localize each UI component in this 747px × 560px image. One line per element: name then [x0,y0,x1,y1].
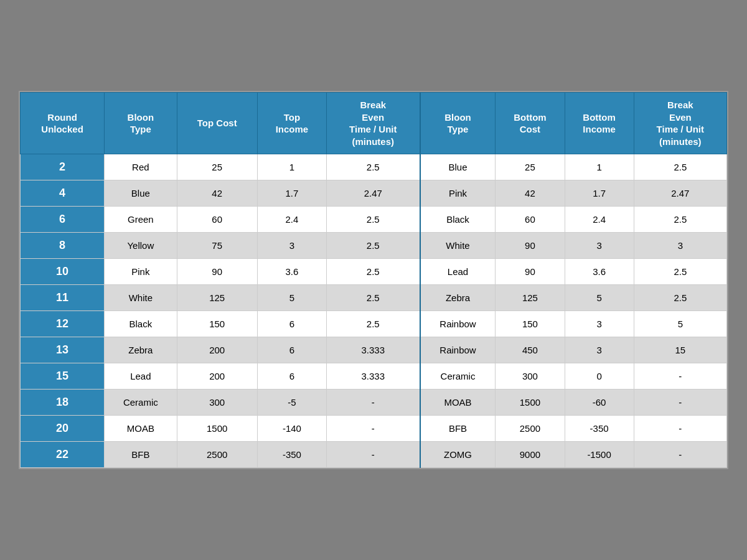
table-row: 15 Lead 200 6 3.333 Ceramic 300 0 - [21,363,727,390]
cell-top-bloon: MOAB [105,416,177,442]
cell-top-cost: 125 [177,285,257,311]
cell-top-cost: 200 [177,337,257,363]
table-row: 11 White 125 5 2.5 Zebra 125 5 2.5 [21,285,727,311]
cell-top-income: 1.7 [257,180,326,207]
cell-bot-break: 5 [634,311,726,337]
cell-bot-bloon: Blue [420,154,496,180]
cell-top-cost: 75 [177,233,257,259]
cell-bot-break: - [634,442,726,468]
cell-top-break: 2.5 [326,233,420,259]
cell-bot-cost: 90 [496,233,565,259]
cell-bot-break: 2.5 [634,285,726,311]
cell-top-income: -140 [257,416,326,442]
cell-bot-break: - [634,416,726,442]
cell-bot-income: 2.4 [565,207,634,233]
cell-bot-break: 15 [634,337,726,363]
cell-round: 4 [21,180,105,207]
cell-bot-cost: 25 [496,154,565,180]
table-row: 2 Red 25 1 2.5 Blue 25 1 2.5 [21,154,727,180]
col-top-break-even: BreakEvenTime / Unit(minutes) [326,93,420,154]
cell-round: 12 [21,311,105,337]
cell-round: 15 [21,363,105,390]
cell-bot-break: 2.5 [634,259,726,285]
cell-top-income: 5 [257,285,326,311]
cell-bot-income: 1.7 [565,180,634,207]
cell-bot-income: -350 [565,416,634,442]
col-bot-bloon-type: BloonType [420,93,496,154]
cell-bot-cost: 60 [496,207,565,233]
cell-top-break: 2.5 [326,207,420,233]
table-row: 10 Pink 90 3.6 2.5 Lead 90 3.6 2.5 [21,259,727,285]
cell-bot-bloon: White [420,233,496,259]
cell-bot-bloon: MOAB [420,390,496,416]
col-top-cost: Top Cost [177,93,257,154]
cell-round: 18 [21,390,105,416]
cell-top-income: -350 [257,442,326,468]
table-row: 6 Green 60 2.4 2.5 Black 60 2.4 2.5 [21,207,727,233]
cell-top-break: - [326,390,420,416]
cell-bot-income: -1500 [565,442,634,468]
table-row: 13 Zebra 200 6 3.333 Rainbow 450 3 15 [21,337,727,363]
table-body: 2 Red 25 1 2.5 Blue 25 1 2.5 4 Blue 42 1… [21,154,727,468]
cell-bot-income: 3 [565,337,634,363]
cell-top-break: - [326,416,420,442]
cell-bot-break: 3 [634,233,726,259]
cell-round: 20 [21,416,105,442]
col-round-unlocked: RoundUnlocked [21,93,105,154]
cell-round: 6 [21,207,105,233]
cell-top-bloon: Yellow [105,233,177,259]
cell-top-cost: 200 [177,363,257,390]
cell-bot-cost: 150 [496,311,565,337]
cell-top-break: 3.333 [326,363,420,390]
cell-top-break: 3.333 [326,337,420,363]
col-bot-cost: BottomCost [496,93,565,154]
cell-bot-bloon: Zebra [420,285,496,311]
cell-top-break: 2.5 [326,311,420,337]
cell-top-income: 1 [257,154,326,180]
cell-top-bloon: BFB [105,442,177,468]
cell-top-bloon: Lead [105,363,177,390]
col-bot-income: BottomIncome [565,93,634,154]
cell-top-income: 2.4 [257,207,326,233]
cell-top-break: 2.47 [326,180,420,207]
cell-top-bloon: Ceramic [105,390,177,416]
cell-bot-bloon: Pink [420,180,496,207]
cell-bot-income: -60 [565,390,634,416]
cell-round: 22 [21,442,105,468]
cell-top-break: - [326,442,420,468]
cell-bot-bloon: Rainbow [420,337,496,363]
cell-top-cost: 90 [177,259,257,285]
cell-top-income: 6 [257,363,326,390]
cell-top-income: 3.6 [257,259,326,285]
cell-top-income: -5 [257,390,326,416]
cell-bot-bloon: Lead [420,259,496,285]
cell-bot-break: 2.5 [634,154,726,180]
cell-round: 11 [21,285,105,311]
col-bot-break-even: BreakEvenTime / Unit(minutes) [634,93,726,154]
cell-top-cost: 300 [177,390,257,416]
cell-bot-bloon: ZOMG [420,442,496,468]
col-top-income: TopIncome [257,93,326,154]
cell-top-income: 3 [257,233,326,259]
cell-bot-income: 3 [565,233,634,259]
cell-top-bloon: White [105,285,177,311]
cell-bot-bloon: Ceramic [420,363,496,390]
table-row: 20 MOAB 1500 -140 - BFB 2500 -350 - [21,416,727,442]
cell-top-bloon: Red [105,154,177,180]
cell-top-bloon: Zebra [105,337,177,363]
cell-bot-income: 0 [565,363,634,390]
cell-round: 13 [21,337,105,363]
cell-top-cost: 25 [177,154,257,180]
cell-top-bloon: Black [105,311,177,337]
cell-bot-break: - [634,363,726,390]
table-row: 4 Blue 42 1.7 2.47 Pink 42 1.7 2.47 [21,180,727,207]
col-top-bloon-type: BloonType [105,93,177,154]
cell-top-cost: 42 [177,180,257,207]
cell-bot-cost: 2500 [496,416,565,442]
cell-bot-income: 5 [565,285,634,311]
cell-bot-bloon: BFB [420,416,496,442]
cell-top-bloon: Blue [105,180,177,207]
cell-top-income: 6 [257,311,326,337]
data-table: RoundUnlocked BloonType Top Cost TopInco… [20,92,727,468]
cell-top-income: 6 [257,337,326,363]
